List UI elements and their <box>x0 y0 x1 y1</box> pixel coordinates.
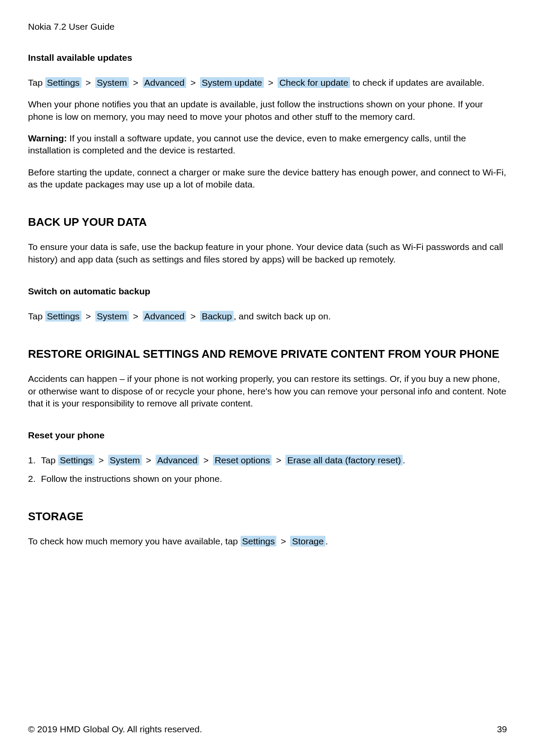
path-system-update: System update <box>200 77 264 88</box>
path-separator: > <box>191 311 196 321</box>
storage-heading: STORAGE <box>28 510 507 523</box>
path-erase-all: Erase all data (factory reset) <box>285 455 403 465</box>
path-separator: > <box>276 455 281 465</box>
warning-label: Warning: <box>28 133 67 143</box>
step1-suffix: . <box>403 455 405 465</box>
path-settings: Settings <box>45 311 81 322</box>
install-updates-para4: Before starting the update, connect a ch… <box>28 166 507 191</box>
path-reset-options: Reset options <box>213 455 272 465</box>
path-advanced: Advanced <box>156 455 199 465</box>
install-updates-heading: Install available updates <box>28 53 507 63</box>
path-separator: > <box>146 455 151 465</box>
warning-text: If you install a software update, you ca… <box>28 133 466 155</box>
path-separator: > <box>98 455 103 465</box>
restore-para1: Accidents can happen – if your phone is … <box>28 373 507 409</box>
path-storage: Storage <box>290 536 325 547</box>
path-separator: > <box>268 78 273 87</box>
path-advanced: Advanced <box>143 77 186 88</box>
install-updates-para2: When your phone notifies you that an upd… <box>28 98 507 123</box>
storage-para: To check how much memory you have availa… <box>28 535 507 547</box>
path-separator: > <box>191 78 196 87</box>
restore-sub-heading: Reset your phone <box>28 430 507 440</box>
storage-suffix: . <box>325 536 328 546</box>
path-separator: > <box>133 311 138 321</box>
backup-heading: BACK UP YOUR DATA <box>28 216 507 229</box>
install-updates-path-para: Tap Settings > System > Advanced > Syste… <box>28 77 507 89</box>
restore-heading: RESTORE ORIGINAL SETTINGS AND REMOVE PRI… <box>28 347 507 361</box>
path-separator: > <box>85 78 91 87</box>
path-system: System <box>95 311 129 322</box>
tap-suffix: , and switch back up on. <box>234 311 331 321</box>
reset-step-1: Tap Settings > System > Advanced > Reset… <box>28 454 507 466</box>
path-separator: > <box>133 78 138 87</box>
page-container: Nokia 7.2 User Guide Install available u… <box>0 0 535 756</box>
path-advanced: Advanced <box>143 311 186 322</box>
path-settings: Settings <box>58 455 94 465</box>
storage-prefix: To check how much memory you have availa… <box>28 536 241 546</box>
reset-step-2: Follow the instructions shown on your ph… <box>28 473 507 485</box>
backup-para1: To ensure your data is safe, use the bac… <box>28 241 507 266</box>
path-system: System <box>108 455 142 465</box>
path-settings: Settings <box>45 77 81 88</box>
path-separator: > <box>85 311 91 321</box>
reset-steps-list: Tap Settings > System > Advanced > Reset… <box>28 454 507 485</box>
path-check-update: Check for update <box>278 77 350 88</box>
tap-prefix: Tap <box>28 311 45 321</box>
path-backup: Backup <box>200 311 234 322</box>
copyright-text: © 2019 HMD Global Oy. All rights reserve… <box>28 724 202 734</box>
path-separator: > <box>203 455 209 465</box>
path-system: System <box>95 77 129 88</box>
install-updates-warning: Warning: If you install a software updat… <box>28 132 507 157</box>
path-separator: > <box>281 536 286 546</box>
path-settings: Settings <box>241 536 277 547</box>
page-number: 39 <box>497 724 507 734</box>
tap-prefix: Tap <box>28 78 45 87</box>
backup-path-para: Tap Settings > System > Advanced > Backu… <box>28 310 507 322</box>
tap-suffix: to check if updates are available. <box>350 78 485 87</box>
backup-sub-heading: Switch on automatic backup <box>28 286 507 297</box>
page-footer: © 2019 HMD Global Oy. All rights reserve… <box>28 724 507 734</box>
step1-prefix: Tap <box>41 455 58 465</box>
document-header: Nokia 7.2 User Guide <box>28 22 507 32</box>
